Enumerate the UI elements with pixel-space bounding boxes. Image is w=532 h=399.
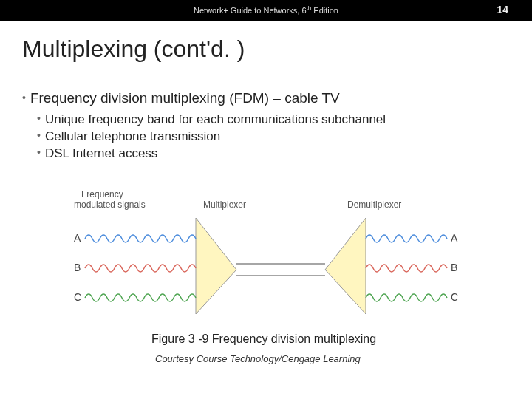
bullet-level2: •Cellular telephone transmission	[37, 129, 502, 144]
bullet-dot-icon: •	[22, 92, 26, 103]
wave-c-out	[366, 294, 447, 301]
fdm-diagram: Frequency modulated signals Multiplexer …	[74, 188, 458, 329]
content-area: •Frequency division multiplexing (FDM) –…	[22, 87, 502, 163]
bullet-l2b-text: Cellular telephone transmission	[45, 129, 220, 143]
bullet-dot-icon: •	[37, 146, 41, 158]
label-frequency: Frequency	[81, 189, 123, 200]
bullet-l1-text: Frequency division multiplexing (FDM) – …	[30, 90, 340, 106]
label-multiplexer: Multiplexer	[203, 200, 246, 210]
book-title-pre: Network+ Guide to Networks, 6	[194, 6, 307, 15]
bullet-level1: •Frequency division multiplexing (FDM) –…	[22, 90, 502, 106]
multiplexer-icon	[196, 218, 236, 314]
wave-a-in	[85, 235, 196, 242]
label-A-right: A	[451, 232, 458, 244]
label-B-left: B	[74, 262, 81, 273]
figure-caption: Figure 3 -9 Frequency division multiplex…	[151, 332, 447, 346]
label-modulated-signals: modulated signals	[74, 200, 146, 210]
label-C-right: C	[451, 291, 458, 303]
bullet-l2a-text: Unique frequency band for each communica…	[45, 112, 386, 126]
label-A-left: A	[74, 232, 81, 244]
wave-c-in	[85, 294, 196, 301]
bullet-level2: •Unique frequency band for each communic…	[37, 112, 502, 127]
book-title-post: Edition	[311, 6, 338, 15]
label-demultiplexer: Demultiplexer	[347, 200, 401, 210]
bullet-dot-icon: •	[37, 112, 41, 124]
bullet-level2: •DSL Internet access	[37, 146, 502, 161]
label-B-right: B	[451, 262, 457, 273]
demultiplexer-icon	[325, 218, 366, 314]
label-C-left: C	[74, 291, 81, 303]
bullet-l2c-text: DSL Internet access	[45, 146, 157, 160]
header-title: Network+ Guide to Networks, 6th Edition	[194, 4, 338, 15]
output-waves	[366, 235, 447, 301]
figure-courtesy: Courtesy Course Technology/Cengage Learn…	[155, 353, 361, 364]
wave-b-out	[366, 265, 447, 272]
header-bar: Network+ Guide to Networks, 6th Edition …	[0, 0, 532, 21]
wave-b-in	[85, 265, 196, 272]
bullet-dot-icon: •	[37, 129, 41, 141]
wave-a-out	[366, 235, 447, 242]
figure: Frequency modulated signals Multiplexer …	[74, 188, 458, 332]
page-number: 14	[497, 4, 508, 16]
slide-title: Multiplexing (cont'd. )	[22, 35, 245, 63]
input-waves	[85, 235, 196, 301]
